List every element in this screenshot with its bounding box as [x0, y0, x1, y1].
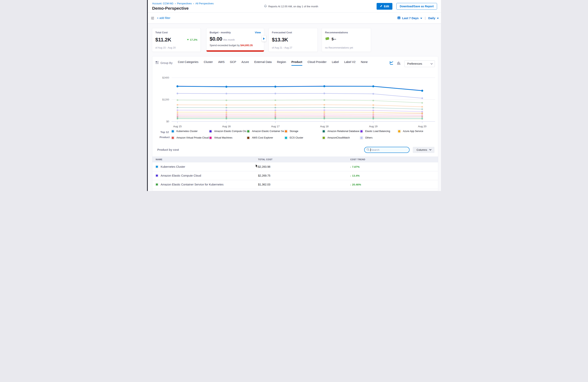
- data-point-amazon-virtual-private-cloud: [274, 113, 276, 115]
- table-row[interactable]: Amazon Elastic Compute Cloud$2,269.75↓13…: [152, 171, 438, 180]
- edit-button[interactable]: Edit: [377, 3, 392, 10]
- tab-label[interactable]: Label: [332, 60, 339, 66]
- filter-bar: + add filter Last 7 Days | Daily: [147, 13, 441, 24]
- tab-cloud-provider[interactable]: Cloud Provider: [308, 60, 327, 66]
- legend-item[interactable]: Azure App Service: [398, 129, 435, 134]
- add-filter-button[interactable]: + add filter: [157, 16, 170, 19]
- tab-none[interactable]: None: [361, 60, 368, 66]
- data-point-others: [372, 93, 374, 95]
- app-root: Account: CCM-NG›Perspectives›All Perspec…: [147, 0, 441, 191]
- legend-swatch: [284, 130, 288, 133]
- delta-value: 17.2%: [190, 38, 197, 41]
- page-title: Demo-Perspective: [152, 6, 189, 11]
- granularity-selector[interactable]: Daily: [428, 16, 439, 20]
- budget-view-link[interactable]: View: [255, 31, 261, 34]
- triangle-down-icon: [187, 39, 189, 40]
- breadcrumb-link[interactable]: Perspectives: [177, 2, 192, 5]
- reports-schedule-note: Reports At 12:00 AM, on day 1 of the mon…: [264, 0, 318, 13]
- legend-item[interactable]: Others: [360, 135, 398, 140]
- chart-type-toggles: [390, 61, 401, 66]
- granularity-label: Daily: [428, 16, 435, 20]
- data-point-others: [274, 93, 276, 95]
- forecasted-value: $13.3K: [272, 37, 288, 43]
- data-point-kubernetes-cluster: [176, 85, 178, 87]
- columns-dropdown[interactable]: Columns: [413, 147, 435, 153]
- recommendations-card: Recommendations $-- no Recommendations y…: [322, 28, 371, 52]
- series-line-ecs-cluster: [177, 118, 422, 119]
- tab-external-data[interactable]: External Data: [254, 60, 272, 66]
- swatch-color: [156, 175, 158, 177]
- search-input[interactable]: Search: [364, 147, 410, 153]
- data-point-amazon-relational-database-service: [372, 107, 374, 109]
- data-point-virtual-machines: [177, 115, 178, 117]
- date-range-label: Last 7 Days: [402, 16, 419, 20]
- table-row[interactable]: Amazon Elastic Container Service for Kub…: [152, 180, 438, 189]
- tab-label-v2[interactable]: Label V2: [344, 60, 356, 66]
- row-name: Kubernetes Cluster: [161, 165, 185, 168]
- tab-cluster[interactable]: Cluster: [204, 60, 213, 66]
- tab-azure[interactable]: Azure: [241, 60, 249, 66]
- bar-chart-icon[interactable]: [397, 61, 401, 66]
- chevron-down-icon: [437, 18, 439, 19]
- tab-product[interactable]: Product: [292, 60, 302, 66]
- row-name: Amazon Elastic Compute Cloud: [161, 174, 201, 177]
- legend-item[interactable]: AWS Cost Explorer: [247, 135, 284, 140]
- date-range-selector[interactable]: Last 7 Days: [397, 16, 422, 20]
- legend-swatch: [284, 136, 288, 139]
- legend-item[interactable]: Virtual Machines: [209, 135, 247, 140]
- budget-expand-button[interactable]: [262, 36, 266, 42]
- text-caret: [370, 148, 371, 151]
- data-point-kubernetes-cluster: [372, 85, 374, 87]
- row-cost-trend: ↓20.46%: [350, 183, 438, 186]
- swatch-color: [210, 130, 212, 133]
- x-tick-label: Aug 18: [320, 125, 329, 128]
- breadcrumb-link[interactable]: All Perspectives: [195, 2, 214, 5]
- filter-sliders-icon[interactable]: [151, 16, 154, 21]
- column-header-name[interactable]: NAME: [156, 158, 258, 161]
- swatch-color: [360, 137, 363, 139]
- download-save-report-button[interactable]: Download/Save as Report: [396, 3, 437, 10]
- legend-item[interactable]: Storage: [284, 129, 322, 134]
- legend-label: Amazon Virtual Private Cloud: [176, 136, 209, 139]
- data-point-amazon-virtual-private-cloud: [323, 113, 325, 115]
- legend-item[interactable]: Elastic Load Balancing: [360, 129, 398, 134]
- preferences-dropdown[interactable]: Preferences: [404, 60, 435, 67]
- data-point-azure-app-service: [177, 111, 178, 113]
- legend-item[interactable]: Amazon Relational Database ...: [322, 129, 360, 134]
- tab-gcp[interactable]: GCP: [230, 60, 236, 66]
- tab-region[interactable]: Region: [277, 60, 286, 66]
- legend-item[interactable]: Amazon Virtual Private Cloud: [171, 135, 209, 140]
- search-placeholder: Search: [371, 148, 379, 151]
- data-point-amazon-virtual-private-cloud: [226, 113, 227, 115]
- arrow-down-icon: ↓: [350, 183, 351, 186]
- column-header-cost-trend[interactable]: COST TREND: [350, 158, 438, 161]
- column-header-total-cost[interactable]: TOTAL COST: [258, 158, 350, 161]
- legend-item[interactable]: AmazonCloudWatch: [322, 135, 360, 140]
- swatch-color: [156, 184, 158, 186]
- table-row[interactable]: Kubernetes Cluster$2,283.98↓7.87%: [152, 162, 438, 171]
- legend-swatch: [209, 136, 212, 139]
- legend-item[interactable]: ECS Cluster: [284, 135, 322, 140]
- card-title: Recommendations: [325, 31, 368, 34]
- card-title: Forecasted Cost: [272, 31, 314, 34]
- line-chart-icon[interactable]: [390, 61, 394, 66]
- bell-icon: [264, 4, 267, 8]
- legend-label: AWS Cost Explorer: [252, 136, 273, 139]
- tab-aws[interactable]: AWS: [218, 60, 225, 66]
- budget-value-note: this month: [223, 38, 235, 41]
- card-title: Budget - monthly: [210, 31, 231, 34]
- legend-item[interactable]: Kubernetes Cluster: [171, 129, 209, 134]
- data-point-azure-app-service: [372, 112, 374, 113]
- line-chart[interactable]: $2400$1200$0Aug 15Aug 16Aug 17Aug 18Aug …: [152, 73, 439, 131]
- legend-item[interactable]: Amazon Elastic Container Se...: [247, 129, 284, 134]
- breadcrumb-link[interactable]: Account: CCM-NG: [152, 2, 173, 5]
- swatch-color: [285, 137, 287, 139]
- data-point-others: [226, 93, 227, 95]
- legend-swatch: [171, 130, 174, 133]
- tab-cost-categories[interactable]: Cost Categories: [178, 60, 198, 66]
- legend-swatch: [322, 136, 325, 139]
- trend-value: 7.87%: [352, 165, 360, 168]
- legend-item[interactable]: Amazon Elastic Compute Clo...: [209, 129, 247, 134]
- table-body: Kubernetes Cluster$2,283.98↓7.87%Amazon …: [152, 162, 438, 189]
- row-name-cell: Kubernetes Cluster: [155, 165, 258, 168]
